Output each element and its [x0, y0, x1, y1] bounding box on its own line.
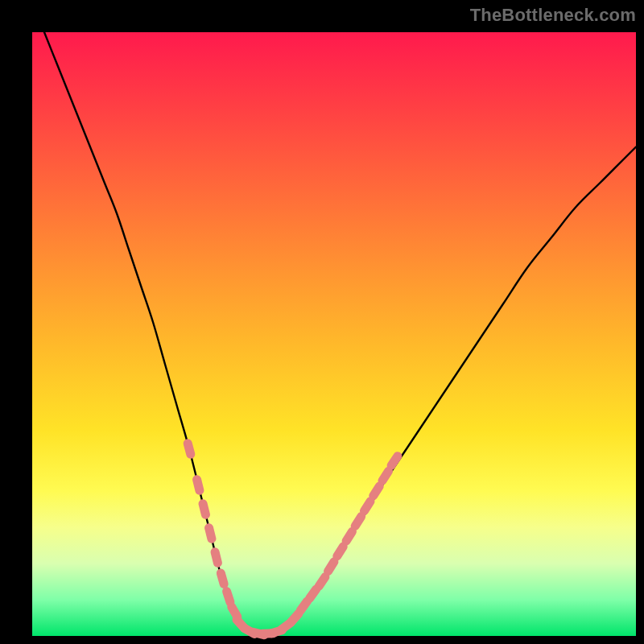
watermark-text: TheBottleneck.com [470, 5, 636, 26]
curve-marker [365, 502, 370, 511]
plot-area [32, 32, 636, 636]
marker-group [188, 444, 398, 635]
curve-marker [197, 480, 200, 491]
curve-marker [203, 504, 205, 515]
curve-marker [346, 531, 352, 541]
curve-marker [291, 613, 299, 621]
bottleneck-curve-svg [32, 32, 636, 636]
curve-marker [319, 577, 325, 587]
curve-marker [337, 547, 343, 556]
curve-marker [188, 444, 191, 455]
curve-marker [355, 517, 361, 526]
curve-marker [209, 528, 212, 539]
curve-marker [310, 589, 316, 598]
curve-marker [374, 486, 380, 496]
curve-marker [232, 607, 237, 617]
outer-frame: TheBottleneck.com [0, 0, 644, 644]
curve-marker [215, 552, 217, 564]
curve-marker [227, 592, 230, 602]
curve-marker [221, 573, 224, 584]
curve-marker [300, 601, 307, 610]
curve-marker [382, 471, 389, 481]
curve-marker [391, 456, 398, 466]
curve-marker [328, 562, 334, 572]
